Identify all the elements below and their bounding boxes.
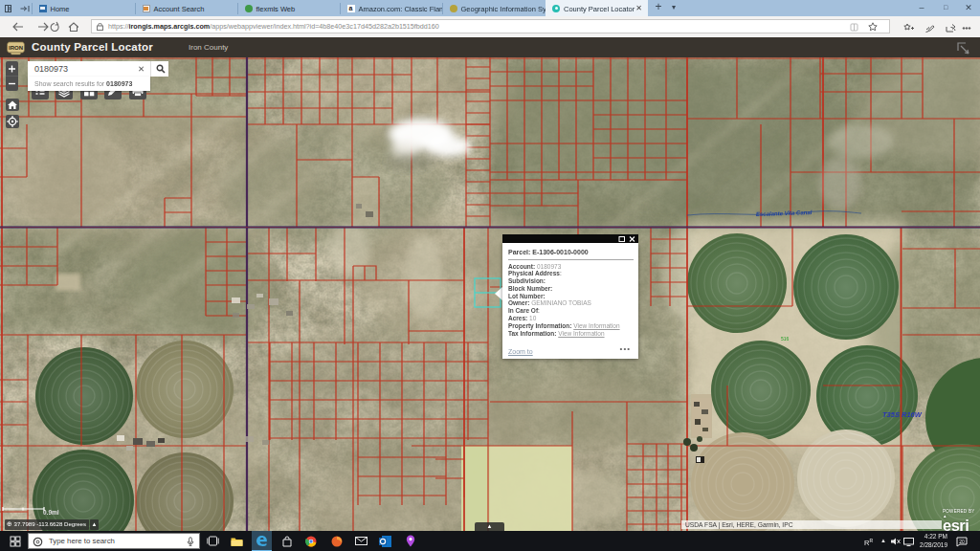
svg-text:IRON: IRON [9, 44, 23, 50]
svg-text:516: 516 [781, 336, 790, 342]
svg-text:T35S R16W: T35S R16W [882, 410, 923, 419]
svg-text:0.9mi: 0.9mi [43, 509, 59, 516]
svg-text:20: 20 [959, 538, 965, 543]
